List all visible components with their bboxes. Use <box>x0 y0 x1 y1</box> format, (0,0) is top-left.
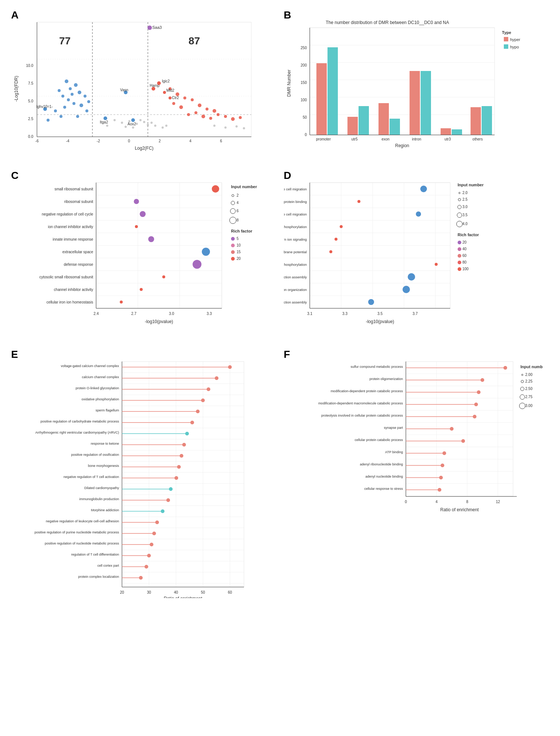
svg-point-145 <box>231 257 235 261</box>
c-term-10: cellular iron ion homeostasis <box>47 300 93 304</box>
panel-c: C <box>7 168 280 339</box>
svg-text:2.5: 2.5 <box>28 117 33 121</box>
svg-text:2.75: 2.75 <box>525 395 533 399</box>
ighv-label: Ighv10=1- <box>36 105 53 109</box>
c-term-7: defense response <box>64 262 93 267</box>
svg-point-234 <box>185 432 189 435</box>
dot-c-8 <box>162 275 165 278</box>
panel-f: F <box>280 347 553 603</box>
svg-point-172 <box>458 205 461 209</box>
svg-text:80: 80 <box>462 260 467 264</box>
svg-text:60: 60 <box>462 254 467 258</box>
svg-point-57 <box>150 122 153 124</box>
svg-text:60: 60 <box>228 590 232 594</box>
e-term-14: Morphine addiction <box>91 508 119 512</box>
svg-point-236 <box>182 443 186 447</box>
svg-point-256 <box>147 554 151 557</box>
svg-point-184 <box>458 261 461 264</box>
panel-a-label: A <box>11 9 18 21</box>
svg-text:promoter: promoter <box>316 137 331 141</box>
dotplot-d: 3.1 3.3 3.5 3.7 -log10(pvalue) smooth mu… <box>284 175 543 334</box>
c-legend-rf10: 10 <box>237 243 241 247</box>
svg-text:others: others <box>472 137 483 141</box>
svg-point-176 <box>457 221 462 227</box>
svg-point-250 <box>155 520 159 524</box>
svg-text:50: 50 <box>302 115 307 119</box>
e-term-18: regulation of T cell differentiation <box>71 553 119 556</box>
svg-text:-4: -4 <box>66 139 69 143</box>
svg-point-67 <box>243 127 245 129</box>
d-term-7: positive regulation of peptidyl-tyrosine… <box>284 262 307 267</box>
svg-point-222 <box>228 365 232 369</box>
dot-d-6 <box>329 250 332 253</box>
svg-text:200: 200 <box>301 63 307 67</box>
svg-text:12: 12 <box>496 500 500 504</box>
svg-point-33 <box>191 98 194 101</box>
panel-e-label: E <box>11 349 18 360</box>
d-term-10: adherens junction assembly <box>284 300 307 304</box>
svg-point-60 <box>125 126 127 128</box>
lollipop-e: 20 30 40 50 60 Ratio of enrichment volta… <box>11 354 270 598</box>
svg-text:3.0: 3.0 <box>169 312 174 316</box>
svg-point-244 <box>169 487 173 491</box>
svg-rect-111 <box>482 106 492 135</box>
svg-point-38 <box>194 111 197 114</box>
b-legend-hyper: hyper <box>510 37 520 42</box>
svg-point-51 <box>121 122 123 124</box>
svg-point-21 <box>85 109 88 112</box>
svg-point-142 <box>231 237 235 241</box>
volcano-plot: 77 87 <box>11 15 262 152</box>
svg-text:2.00: 2.00 <box>525 373 533 377</box>
panel-e: E <box>7 347 280 603</box>
e-term-11: negative regulation of T cell activation <box>64 475 119 479</box>
b-title: The number distribution of DMR between D… <box>326 20 449 25</box>
row-2: C <box>7 168 553 339</box>
c-legend-8: 8 <box>237 218 239 222</box>
svg-point-45 <box>147 26 152 30</box>
svg-rect-110 <box>471 107 481 135</box>
svg-text:0: 0 <box>405 500 407 504</box>
svg-point-35 <box>206 108 208 111</box>
svg-text:8: 8 <box>466 500 468 504</box>
dot-d-8 <box>408 273 415 281</box>
svg-rect-108 <box>452 129 462 135</box>
dot-d-5 <box>335 238 337 241</box>
b-legend-title: Type <box>502 30 511 35</box>
f-x-label: Ratio of enrichment <box>440 507 479 512</box>
c-x-label: -log10(pvalue) <box>145 319 173 324</box>
d-term-9: cell-cell junction organization <box>284 288 307 292</box>
svg-point-246 <box>166 498 170 502</box>
svg-point-56 <box>139 119 142 121</box>
svg-rect-116 <box>504 44 508 49</box>
c-term-1: small ribosomal subunit <box>55 187 94 191</box>
c-legend-size-title: Input number <box>231 184 257 189</box>
dot-d-1 <box>420 186 427 192</box>
b-x-label: Region <box>395 143 409 148</box>
svg-point-296 <box>461 439 465 443</box>
svg-text:3.3: 3.3 <box>207 312 212 316</box>
c-term-2: ribosomal subunit <box>64 200 94 204</box>
svg-rect-104 <box>410 71 420 135</box>
svg-point-47 <box>157 81 161 85</box>
svg-rect-115 <box>504 37 508 41</box>
svg-text:3.5: 3.5 <box>377 312 383 316</box>
svg-point-19 <box>87 100 90 103</box>
aox2-label: Aox2 <box>128 122 136 126</box>
svg-text:10.0: 10.0 <box>26 64 34 68</box>
d-term-1: smooth muscle cell migration <box>284 187 307 191</box>
svg-point-9 <box>74 83 78 87</box>
svg-point-64 <box>213 125 215 127</box>
svg-point-22 <box>47 119 50 122</box>
svg-text:4: 4 <box>435 500 438 504</box>
svg-point-14 <box>63 106 66 109</box>
svg-point-182 <box>458 254 461 258</box>
left-count: 77 <box>59 35 71 47</box>
svg-text:2: 2 <box>159 139 161 143</box>
svg-rect-188 <box>122 362 244 587</box>
svg-point-313 <box>519 403 525 409</box>
c-legend-rf20: 20 <box>237 257 241 261</box>
dot-c-7 <box>193 260 201 269</box>
f-term-5: proteolysis involved in cellular protein… <box>321 414 403 417</box>
dot-d-9 <box>403 286 410 293</box>
ctr2-label: Ctr2 <box>172 96 179 100</box>
